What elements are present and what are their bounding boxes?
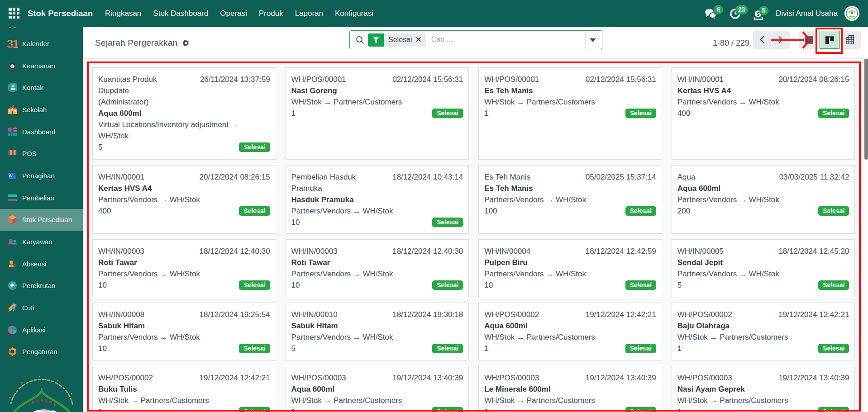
svg-text:1: 1	[13, 38, 18, 49]
svg-text:N: N	[52, 402, 57, 407]
svg-text:S: S	[44, 398, 48, 404]
svg-text:A: A	[40, 398, 43, 403]
svg-text:Y: Y	[35, 398, 39, 403]
svg-text:A: A	[30, 399, 35, 405]
svg-text:$: $	[9, 173, 12, 178]
